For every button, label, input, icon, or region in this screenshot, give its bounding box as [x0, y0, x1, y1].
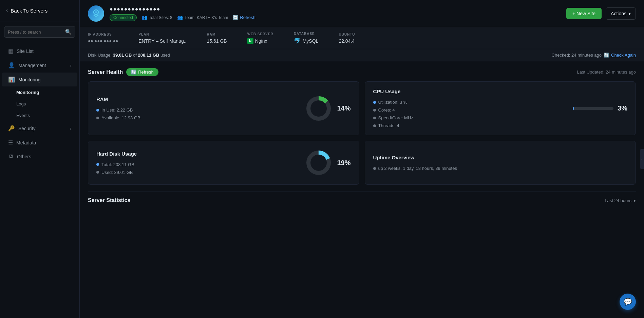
- cpu-bar-fill: [573, 107, 574, 110]
- hdd-used: Used: 39.01 GB: [96, 170, 137, 175]
- cpu-cores: Cores: 4: [373, 107, 413, 113]
- server-details-bar: IP ADDRESS ●●.●●●.●●●.●● PLAN ENTRY – Se…: [80, 27, 644, 49]
- ip-address-col: IP ADDRESS ●●.●●●.●●●.●●: [88, 33, 118, 43]
- site-list-icon: ▦: [8, 48, 13, 54]
- ram-percent-label: 14%: [337, 104, 351, 112]
- ram-label: RAM: [207, 33, 227, 36]
- sidebar-item-management-label: Management: [18, 63, 46, 68]
- search-icon: 🔍: [65, 29, 72, 35]
- hdd-total: Total: 208.11 GB: [96, 162, 137, 167]
- uptime-title: Uptime Overview: [373, 155, 457, 160]
- ip-value: ●●.●●●.●●●.●●: [88, 38, 118, 43]
- search-input[interactable]: [8, 29, 62, 35]
- actions-button[interactable]: Actions ▾: [606, 7, 636, 20]
- stats-header: Server Statistics Last 24 hours ▾: [88, 197, 636, 203]
- team-icon: 👥: [177, 15, 183, 20]
- health-cards-grid: RAM In Use: 2.22 GB Available: 12.93 GB: [88, 81, 636, 185]
- cpu-threads-dot: [373, 124, 376, 127]
- actions-label: Actions: [611, 11, 626, 16]
- cpu-title: CPU Usage: [373, 88, 413, 94]
- refresh-again-icon: 🔄: [604, 53, 609, 58]
- sidebar-item-metadata[interactable]: ☰ Metadata: [2, 136, 77, 150]
- refresh-icon: 🔄: [233, 15, 238, 20]
- search-box[interactable]: 🔍: [4, 26, 75, 38]
- health-refresh-icon: 🔄: [131, 69, 136, 75]
- server-health-title: Server Health 🔄 Refresh: [88, 68, 158, 76]
- server-avatar: [88, 5, 104, 22]
- chat-icon: 💬: [624, 298, 632, 306]
- header-actions: + New Site Actions ▾: [566, 7, 636, 20]
- ram-available: Available: 12.93 GB: [96, 115, 140, 120]
- ram-card: RAM In Use: 2.22 GB Available: 12.93 GB: [88, 81, 359, 135]
- back-chevron-icon: ‹: [6, 7, 8, 14]
- ubuntu-label: UBUNTU: [339, 33, 355, 36]
- last-updated-text: Last Updated: 24 minutes ago: [577, 69, 636, 75]
- ram-title: RAM: [96, 96, 140, 102]
- svg-point-1: [95, 11, 97, 13]
- metadata-icon: ☰: [8, 139, 13, 146]
- monitoring-icon: 📊: [8, 76, 15, 83]
- hdd-card: Hard Disk Usage Total: 208.11 GB Used: 3…: [88, 141, 359, 185]
- sidebar-item-security-label: Security: [18, 126, 36, 131]
- logs-label: Logs: [16, 101, 26, 106]
- server-health-header: Server Health 🔄 Refresh Last Updated: 24…: [88, 68, 636, 76]
- new-site-button[interactable]: + New Site: [566, 8, 602, 19]
- hdd-used-dot: [96, 171, 99, 174]
- security-chevron-icon: ›: [70, 126, 71, 131]
- stats-title: Server Statistics: [88, 197, 130, 203]
- ram-in-use-dot: [96, 109, 99, 112]
- back-to-servers-button[interactable]: ‹ Back To Servers: [0, 0, 79, 21]
- right-edge-handle[interactable]: ‹: [640, 149, 644, 169]
- plan-col: PLAN ENTRY – Self Manag..: [138, 33, 186, 44]
- ip-label: IP ADDRESS: [88, 33, 118, 36]
- sidebar: ‹ Back To Servers 🔍 ▦ Site List 👤 Manage…: [0, 0, 80, 318]
- sidebar-item-monitoring-label: Monitoring: [18, 77, 40, 82]
- ram-chart-wrapper: 14%: [305, 95, 351, 122]
- server-info: ●●●●●●●●●●●●●● Connected 👥 Total Sites: …: [88, 5, 255, 22]
- actions-chevron-icon: ▾: [628, 11, 631, 16]
- cpu-card: CPU Usage Utilization: 3 % Cores: 4 Spee…: [365, 81, 636, 135]
- sidebar-item-site-list-label: Site List: [17, 48, 34, 54]
- check-again-area: Checked: 24 minutes ago 🔄 Check Again: [552, 53, 636, 58]
- hdd-chart-wrapper: 19%: [305, 149, 351, 176]
- main-content: ●●●●●●●●●●●●●● Connected 👥 Total Sites: …: [80, 0, 644, 318]
- edge-chevron-icon: ‹: [641, 157, 642, 161]
- chat-bubble-button[interactable]: 💬: [620, 294, 636, 310]
- content-area: Server Health 🔄 Refresh Last Updated: 24…: [80, 61, 644, 318]
- management-icon: 👤: [8, 62, 15, 68]
- stats-period-chevron-icon: ▾: [633, 198, 636, 203]
- status-badge: Connected: [110, 14, 137, 21]
- sidebar-item-site-list[interactable]: ▦ Site List: [2, 44, 77, 58]
- team-info: 👥 Team: KARTHIK's Team: [177, 15, 228, 20]
- database-label: DATABASE: [294, 32, 319, 36]
- server-health-refresh-button[interactable]: 🔄 Refresh: [126, 68, 158, 76]
- cpu-percent-label: 3%: [618, 104, 627, 112]
- others-icon: 🖥: [8, 154, 14, 160]
- sidebar-item-management[interactable]: 👤 Management ›: [2, 58, 77, 72]
- sites-icon: 👥: [141, 15, 147, 20]
- sidebar-item-events[interactable]: Events: [2, 110, 77, 121]
- cpu-card-content: CPU Usage Utilization: 3 % Cores: 4 Spee…: [373, 88, 413, 128]
- sidebar-item-monitoring-sub[interactable]: Monitoring: [2, 87, 77, 98]
- cpu-speed-dot: [373, 117, 376, 119]
- server-meta: Connected 👥 Total Sites: 8 👥 Team: KARTH…: [110, 14, 255, 21]
- plan-label: PLAN: [138, 33, 186, 36]
- server-details-header: ●●●●●●●●●●●●●● Connected 👥 Total Sites: …: [110, 6, 255, 21]
- stats-period-selector[interactable]: Last 24 hours ▾: [605, 198, 636, 203]
- header-refresh-button[interactable]: 🔄 Refresh: [233, 15, 255, 20]
- server-statistics-section: Server Statistics Last 24 hours ▾: [88, 192, 636, 203]
- events-label: Events: [16, 113, 30, 118]
- mysql-icon: 🐬: [294, 38, 301, 44]
- ram-card-content: RAM In Use: 2.22 GB Available: 12.93 GB: [96, 96, 140, 120]
- security-icon: 🔑: [8, 125, 15, 132]
- check-again-link[interactable]: Check Again: [611, 53, 636, 58]
- sidebar-item-monitoring[interactable]: 📊 Monitoring: [2, 73, 77, 86]
- database-col: DATABASE 🐬 MySQL: [294, 32, 319, 44]
- ram-col: RAM 15.61 GB: [207, 33, 227, 44]
- sidebar-item-security[interactable]: 🔑 Security ›: [2, 121, 77, 135]
- ubuntu-value: 22.04.4: [339, 38, 355, 44]
- sidebar-item-logs[interactable]: Logs: [2, 98, 77, 110]
- sidebar-item-metadata-label: Metadata: [16, 140, 36, 145]
- top-header: ●●●●●●●●●●●●●● Connected 👥 Total Sites: …: [80, 0, 644, 27]
- sidebar-item-others[interactable]: 🖥 Others: [2, 150, 77, 163]
